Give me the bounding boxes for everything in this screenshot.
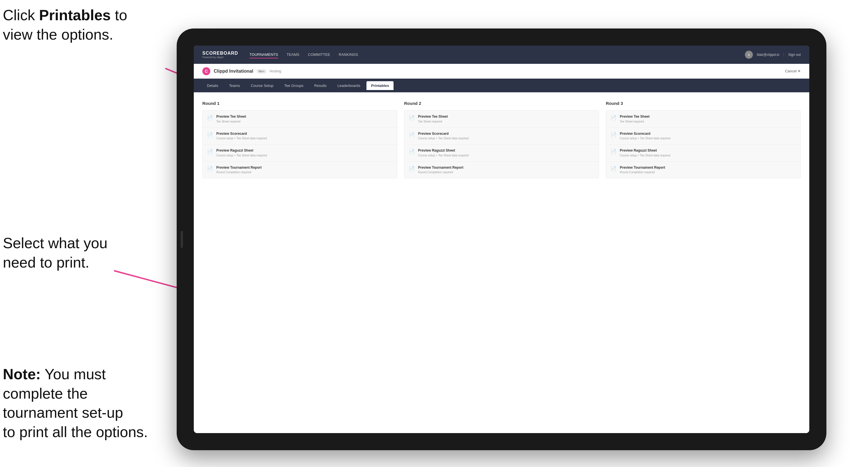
r1-scorecard-icon: 📄 bbox=[207, 132, 213, 137]
tab-leaderboards[interactable]: Leaderboards bbox=[333, 81, 365, 90]
nav-link-rankings[interactable]: RANKINGS bbox=[339, 51, 358, 58]
r2-raguzzi-sub: Course setup + Tee Sheet data required bbox=[418, 154, 468, 157]
r2-tee-sheet-title: Preview Tee Sheet bbox=[418, 115, 448, 119]
r2-report-icon: 📄 bbox=[409, 166, 414, 171]
r2-raguzzi-icon: 📄 bbox=[409, 149, 414, 154]
r1-raguzzi-title: Preview Raguzzi Sheet bbox=[216, 149, 267, 153]
r3-tournament-report[interactable]: 📄 Preview Tournament Report Round Comple… bbox=[606, 161, 801, 178]
tournament-badge: Men bbox=[256, 69, 267, 73]
nav-link-committee[interactable]: COMMITTEE bbox=[308, 51, 330, 58]
tab-printables[interactable]: Printables bbox=[367, 81, 394, 90]
r2-scorecard-icon: 📄 bbox=[409, 132, 414, 137]
r1-raguzzi-icon: 📄 bbox=[207, 149, 213, 154]
tab-course-setup[interactable]: Course Setup bbox=[246, 81, 278, 90]
sign-out-link[interactable]: Sign out bbox=[788, 53, 801, 57]
round-1-column: Round 1 📄 Preview Tee Sheet Tee Sheet re… bbox=[202, 101, 397, 178]
r2-raguzzi[interactable]: 📄 Preview Raguzzi Sheet Course setup + T… bbox=[404, 145, 599, 161]
r3-report-sub: Round Completion required bbox=[620, 170, 665, 174]
annotation-bottom: Note: You mustcomplete thetournament set… bbox=[3, 365, 148, 442]
main-content: Round 1 📄 Preview Tee Sheet Tee Sheet re… bbox=[194, 92, 809, 433]
round-2-title: Round 2 bbox=[404, 101, 599, 106]
r1-tee-sheet-icon: 📄 bbox=[207, 115, 213, 120]
r1-tee-sheet-sub: Tee Sheet required bbox=[216, 120, 246, 123]
nav-separator: | bbox=[783, 53, 784, 57]
tablet-screen: SCOREBOARD Powered by clippd TOURNAMENTS… bbox=[194, 45, 809, 433]
logo-scoreboard: SCOREBOARD bbox=[202, 51, 238, 56]
r1-report-icon: 📄 bbox=[207, 166, 213, 171]
user-avatar: b bbox=[745, 51, 753, 59]
r3-scorecard-icon: 📄 bbox=[611, 132, 616, 137]
r1-scorecard[interactable]: 📄 Preview Scorecard Course setup + Tee S… bbox=[203, 128, 397, 145]
r3-scorecard-sub: Course setup + Tee Sheet data required bbox=[620, 136, 670, 140]
annotation-top: Click Printables toview the options. bbox=[3, 6, 127, 44]
tournament-status: Hosting bbox=[270, 69, 281, 73]
r2-scorecard-sub: Course setup + Tee Sheet data required bbox=[418, 136, 468, 140]
r2-report-title: Preview Tournament Report bbox=[418, 165, 463, 170]
top-nav-links: TOURNAMENTS TEAMS COMMITTEE RANKINGS bbox=[250, 51, 745, 58]
r2-tee-sheet[interactable]: 📄 Preview Tee Sheet Tee Sheet required bbox=[404, 111, 599, 128]
r2-scorecard-title: Preview Scorecard bbox=[418, 132, 468, 136]
tab-tee-groups[interactable]: Tee Groups bbox=[280, 81, 308, 90]
user-email: blair@clippd.io bbox=[757, 53, 779, 57]
annotation-middle: Select what youneed to print. bbox=[3, 234, 107, 272]
round-2-card: 📄 Preview Tee Sheet Tee Sheet required 📄… bbox=[404, 110, 599, 178]
r3-raguzzi-title: Preview Raguzzi Sheet bbox=[620, 149, 670, 153]
top-nav: SCOREBOARD Powered by clippd TOURNAMENTS… bbox=[194, 45, 809, 64]
r2-scorecard[interactable]: 📄 Preview Scorecard Course setup + Tee S… bbox=[404, 128, 599, 145]
round-1-card: 📄 Preview Tee Sheet Tee Sheet required 📄… bbox=[202, 110, 397, 178]
round-1-title: Round 1 bbox=[202, 101, 397, 106]
r3-tee-sheet-title: Preview Tee Sheet bbox=[620, 115, 650, 119]
tournament-name: Clippd Invitational bbox=[214, 69, 253, 74]
r1-report-title: Preview Tournament Report bbox=[216, 165, 261, 170]
nav-link-tournaments[interactable]: TOURNAMENTS bbox=[250, 51, 278, 58]
tablet: SCOREBOARD Powered by clippd TOURNAMENTS… bbox=[177, 29, 827, 450]
r3-scorecard[interactable]: 📄 Preview Scorecard Course setup + Tee S… bbox=[606, 128, 801, 145]
r1-raguzzi-sub: Course setup + Tee Sheet data required bbox=[216, 154, 267, 157]
r2-tee-sheet-icon: 📄 bbox=[409, 115, 414, 120]
round-3-card: 📄 Preview Tee Sheet Tee Sheet required 📄… bbox=[606, 110, 801, 178]
r2-raguzzi-title: Preview Raguzzi Sheet bbox=[418, 149, 468, 153]
r3-raguzzi[interactable]: 📄 Preview Raguzzi Sheet Course setup + T… bbox=[606, 145, 801, 161]
r3-report-title: Preview Tournament Report bbox=[620, 165, 665, 170]
round-3-column: Round 3 📄 Preview Tee Sheet Tee Sheet re… bbox=[606, 101, 801, 178]
tablet-side-button bbox=[181, 231, 183, 248]
r3-raguzzi-icon: 📄 bbox=[611, 149, 616, 154]
tab-details[interactable]: Details bbox=[202, 81, 223, 90]
nav-link-teams[interactable]: TEAMS bbox=[287, 51, 300, 58]
r1-scorecard-sub: Course setup + Tee Sheet data required bbox=[216, 136, 267, 140]
r1-tee-sheet-title: Preview Tee Sheet bbox=[216, 115, 246, 119]
r2-tournament-report[interactable]: 📄 Preview Tournament Report Round Comple… bbox=[404, 161, 599, 178]
r3-scorecard-title: Preview Scorecard bbox=[620, 132, 670, 136]
tab-bar: Details Teams Course Setup Tee Groups Re… bbox=[194, 79, 809, 92]
top-nav-right: b blair@clippd.io | Sign out bbox=[745, 51, 801, 59]
r3-raguzzi-sub: Course setup + Tee Sheet data required bbox=[620, 154, 670, 157]
r1-scorecard-title: Preview Scorecard bbox=[216, 132, 267, 136]
r1-raguzzi[interactable]: 📄 Preview Raguzzi Sheet Course setup + T… bbox=[203, 145, 397, 161]
rounds-container: Round 1 📄 Preview Tee Sheet Tee Sheet re… bbox=[202, 101, 801, 178]
r1-tournament-report[interactable]: 📄 Preview Tournament Report Round Comple… bbox=[203, 161, 397, 178]
tournament-icon: C bbox=[202, 67, 210, 75]
sub-header: C Clippd Invitational Men Hosting Cancel… bbox=[194, 64, 809, 79]
logo-area: SCOREBOARD Powered by clippd bbox=[202, 51, 238, 59]
r3-tee-sheet-sub: Tee Sheet required bbox=[620, 120, 650, 123]
logo-powered: Powered by clippd bbox=[202, 56, 238, 59]
r3-tee-sheet[interactable]: 📄 Preview Tee Sheet Tee Sheet required bbox=[606, 111, 801, 128]
cancel-button[interactable]: Cancel ✕ bbox=[785, 69, 801, 73]
r2-report-sub: Round Completion required bbox=[418, 170, 463, 174]
tab-results[interactable]: Results bbox=[310, 81, 331, 90]
r1-tee-sheet[interactable]: 📄 Preview Tee Sheet Tee Sheet required bbox=[203, 111, 397, 128]
r2-tee-sheet-sub: Tee Sheet required bbox=[418, 120, 448, 123]
r3-report-icon: 📄 bbox=[611, 166, 616, 171]
r3-tee-sheet-icon: 📄 bbox=[611, 115, 616, 120]
r1-report-sub: Round Completion required bbox=[216, 170, 261, 174]
round-3-title: Round 3 bbox=[606, 101, 801, 106]
tab-teams[interactable]: Teams bbox=[224, 81, 245, 90]
round-2-column: Round 2 📄 Preview Tee Sheet Tee Sheet re… bbox=[404, 101, 599, 178]
